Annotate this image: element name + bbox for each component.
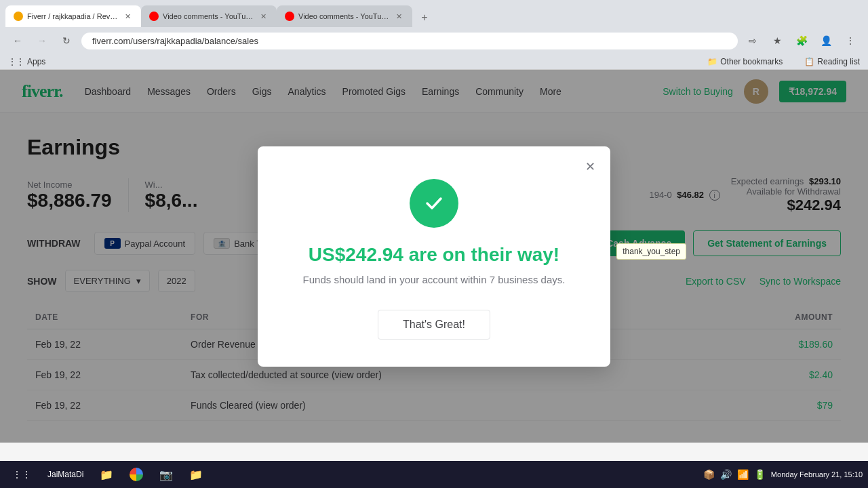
forward-button[interactable]: →: [33, 31, 52, 50]
grid-icon: ⋮⋮: [12, 469, 31, 480]
bookmark-icon[interactable]: ★: [768, 31, 787, 50]
tab-close-3[interactable]: ✕: [393, 11, 404, 22]
folder-icon: 📁: [100, 468, 113, 481]
address-url: fiverr.com/users/rajkkapadia/balance/sal…: [92, 36, 258, 46]
bookmark-apps[interactable]: ⋮⋮ Apps: [8, 57, 45, 66]
folder-icon: 📁: [707, 57, 717, 66]
thats-great-button[interactable]: That's Great!: [378, 310, 490, 340]
taskbar-files[interactable]: 📁: [182, 466, 210, 484]
taskbar-folder[interactable]: 📁: [93, 466, 120, 484]
battery-icon[interactable]: 🔋: [754, 469, 766, 480]
taskbar: ⋮⋮ JaiMataDi 📁 📷 📁 📦 🔊 📶 🔋 Monday Februa…: [0, 461, 868, 488]
tab-title-2: Video comments - YouTube S...: [163, 12, 254, 20]
reload-button[interactable]: ↻: [57, 31, 76, 50]
reading-list-icon: 📋: [804, 57, 814, 66]
extensions-icon[interactable]: 🧩: [792, 31, 811, 50]
tab-title-3: Video comments - YouTube S...: [298, 12, 389, 20]
apps-label: Apps: [27, 57, 45, 66]
other-bookmarks-link[interactable]: 📁 Other bookmarks: [707, 57, 783, 66]
browser-tab-3[interactable]: Video comments - YouTube S... ✕: [277, 5, 412, 27]
tab-favicon-3: [285, 12, 294, 21]
browser-tabs: Fiverr / rajkkapadia / Revenu... ✕ Video…: [0, 0, 868, 27]
camera-icon: 📷: [159, 468, 173, 481]
taskbar-right: 📦 🔊 📶 🔋 Monday February 21, 15:10: [703, 469, 863, 480]
taskbar-chrome[interactable]: [123, 465, 150, 484]
menu-icon[interactable]: ⋮: [841, 31, 860, 50]
success-icon: [410, 179, 458, 228]
browser-tab-2[interactable]: Video comments - YouTube S... ✕: [141, 5, 277, 27]
taskbar-user[interactable]: JaiMataDi: [41, 467, 90, 482]
modal: ✕ US$242.94 are on their way! Funds shou…: [258, 146, 610, 367]
other-bookmarks-label: Other bookmarks: [720, 57, 783, 66]
time-display: Monday February 21, 15:10: [771, 470, 863, 479]
apps-icon: ⋮⋮: [8, 57, 24, 66]
cast-icon[interactable]: ⇨: [743, 31, 762, 50]
browser-tab-1[interactable]: Fiverr / rajkkapadia / Revenu... ✕: [5, 5, 141, 27]
chrome-icon: [130, 468, 143, 481]
tab-close-1[interactable]: ✕: [122, 11, 133, 22]
taskbar-start-grid[interactable]: ⋮⋮: [5, 466, 38, 483]
tooltip: thank_you_step: [616, 243, 686, 260]
taskbar-username: JaiMataDi: [47, 470, 83, 479]
reading-list-link[interactable]: 📋 Reading list: [804, 57, 860, 66]
tab-favicon-1: [14, 12, 23, 21]
page-wrapper: fiverr. Dashboard Messages Orders Gigs A…: [0, 70, 868, 443]
account-icon[interactable]: 👤: [816, 31, 835, 50]
bookmarks-bar: ⋮⋮ Apps 📁 Other bookmarks 📋 Reading list: [0, 54, 868, 70]
reading-list-label: Reading list: [817, 57, 860, 66]
modal-title: US$242.94 are on their way!: [285, 244, 583, 266]
new-tab-button[interactable]: +: [415, 8, 434, 27]
modal-close-button[interactable]: ✕: [580, 157, 599, 176]
speaker-icon[interactable]: 🔊: [720, 469, 732, 480]
browser-chrome: Fiverr / rajkkapadia / Revenu... ✕ Video…: [0, 0, 868, 70]
clock: Monday February 21, 15:10: [771, 470, 863, 479]
address-bar[interactable]: fiverr.com/users/rajkkapadia/balance/sal…: [81, 33, 738, 49]
network-icon[interactable]: 📶: [737, 469, 749, 480]
tab-close-2[interactable]: ✕: [258, 11, 269, 22]
modal-overlay[interactable]: ✕ US$242.94 are on their way! Funds shou…: [0, 70, 868, 443]
taskbar-camera[interactable]: 📷: [153, 466, 180, 484]
dropbox-icon[interactable]: 📦: [703, 469, 715, 480]
modal-subtitle: Funds should land in your account within…: [285, 274, 583, 285]
tab-favicon-2: [149, 12, 159, 21]
files-icon: 📁: [189, 468, 203, 481]
browser-nav-bar: ← → ↻ fiverr.com/users/rajkkapadia/balan…: [0, 27, 868, 54]
back-button[interactable]: ←: [8, 31, 27, 50]
tab-title-1: Fiverr / rajkkapadia / Revenu...: [27, 12, 118, 20]
